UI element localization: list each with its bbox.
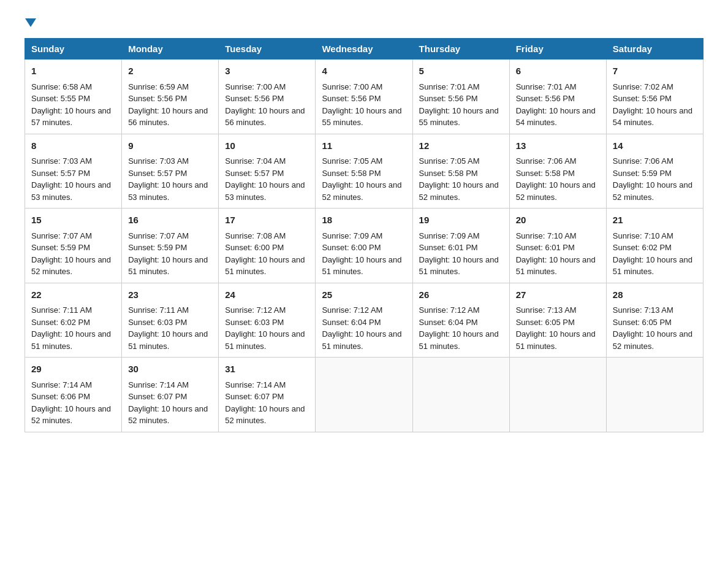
day-number: 9: [128, 139, 212, 153]
sunset-text: Sunset: 6:05 PM: [613, 316, 697, 329]
calendar-cell: 24Sunrise: 7:12 AMSunset: 6:03 PMDayligh…: [219, 283, 316, 358]
day-number: 11: [322, 139, 406, 153]
daylight-text: Daylight: 10 hours and 51 minutes.: [225, 254, 309, 278]
sunrise-text: Sunrise: 7:00 AM: [225, 81, 309, 93]
sunset-text: Sunset: 6:02 PM: [613, 242, 697, 254]
calendar-cell: 5Sunrise: 7:01 AMSunset: 5:56 PMDaylight…: [412, 59, 509, 134]
header-day-thursday: Thursday: [412, 39, 509, 59]
day-number: 27: [516, 288, 600, 302]
sunrise-text: Sunrise: 6:59 AM: [128, 81, 212, 93]
logo: [25, 18, 36, 26]
calendar-cell: 31Sunrise: 7:14 AMSunset: 6:07 PMDayligh…: [219, 358, 316, 432]
daylight-text: Daylight: 10 hours and 52 minutes.: [128, 403, 212, 427]
header-day-wednesday: Wednesday: [316, 39, 412, 59]
daylight-text: Daylight: 10 hours and 51 minutes.: [516, 254, 600, 278]
calendar-cell: 14Sunrise: 7:06 AMSunset: 5:59 PMDayligh…: [606, 134, 703, 209]
daylight-text: Daylight: 10 hours and 54 minutes.: [613, 105, 697, 129]
daylight-text: Daylight: 10 hours and 51 minutes.: [322, 328, 406, 352]
calendar-cell: 30Sunrise: 7:14 AMSunset: 6:07 PMDayligh…: [122, 358, 219, 432]
day-number: 25: [322, 288, 406, 302]
calendar-cell: 11Sunrise: 7:05 AMSunset: 5:58 PMDayligh…: [316, 134, 412, 209]
week-row-2: 8Sunrise: 7:03 AMSunset: 5:57 PMDaylight…: [25, 134, 703, 209]
sunset-text: Sunset: 6:02 PM: [31, 316, 115, 329]
header-day-tuesday: Tuesday: [219, 39, 316, 59]
sunset-text: Sunset: 6:00 PM: [225, 242, 309, 254]
daylight-text: Daylight: 10 hours and 52 minutes.: [613, 328, 697, 352]
sunrise-text: Sunrise: 7:06 AM: [516, 155, 600, 167]
sunset-text: Sunset: 6:03 PM: [225, 316, 309, 329]
calendar-cell: 15Sunrise: 7:07 AMSunset: 5:59 PMDayligh…: [25, 209, 122, 283]
sunrise-text: Sunrise: 7:13 AM: [516, 304, 600, 316]
day-number: 6: [516, 64, 600, 79]
sunset-text: Sunset: 5:56 PM: [322, 93, 406, 105]
calendar-cell: 21Sunrise: 7:10 AMSunset: 6:02 PMDayligh…: [606, 209, 703, 283]
sunrise-text: Sunrise: 7:11 AM: [31, 304, 115, 316]
day-number: 12: [419, 139, 503, 153]
calendar-cell: 2Sunrise: 6:59 AMSunset: 5:56 PMDaylight…: [122, 59, 219, 134]
calendar-cell: 25Sunrise: 7:12 AMSunset: 6:04 PMDayligh…: [316, 283, 412, 358]
daylight-text: Daylight: 10 hours and 52 minutes.: [31, 254, 115, 278]
sunset-text: Sunset: 5:56 PM: [516, 93, 600, 105]
calendar-cell: 6Sunrise: 7:01 AMSunset: 5:56 PMDaylight…: [509, 59, 606, 134]
calendar-cell: 16Sunrise: 7:07 AMSunset: 5:59 PMDayligh…: [122, 209, 219, 283]
calendar-cell: 3Sunrise: 7:00 AMSunset: 5:56 PMDaylight…: [219, 59, 316, 134]
sunset-text: Sunset: 6:05 PM: [516, 316, 600, 329]
daylight-text: Daylight: 10 hours and 53 minutes.: [225, 179, 309, 203]
calendar-cell: 23Sunrise: 7:11 AMSunset: 6:03 PMDayligh…: [122, 283, 219, 358]
sunrise-text: Sunrise: 7:05 AM: [419, 155, 503, 167]
calendar-cell: 7Sunrise: 7:02 AMSunset: 5:56 PMDaylight…: [606, 59, 703, 134]
calendar-cell: 26Sunrise: 7:12 AMSunset: 6:04 PMDayligh…: [412, 283, 509, 358]
week-row-4: 22Sunrise: 7:11 AMSunset: 6:02 PMDayligh…: [25, 283, 703, 358]
calendar-cell: 10Sunrise: 7:04 AMSunset: 5:57 PMDayligh…: [219, 134, 316, 209]
calendar-cell: 13Sunrise: 7:06 AMSunset: 5:58 PMDayligh…: [509, 134, 606, 209]
sunrise-text: Sunrise: 7:13 AM: [613, 304, 697, 316]
sunset-text: Sunset: 5:58 PM: [322, 167, 406, 180]
sunset-text: Sunset: 5:59 PM: [613, 167, 697, 180]
day-number: 17: [225, 213, 309, 228]
day-number: 4: [322, 64, 406, 79]
calendar-table: SundayMondayTuesdayWednesdayThursdayFrid…: [25, 38, 703, 432]
day-number: 19: [419, 213, 503, 228]
sunrise-text: Sunrise: 7:01 AM: [516, 81, 600, 93]
calendar-cell: 18Sunrise: 7:09 AMSunset: 6:00 PMDayligh…: [316, 209, 412, 283]
sunrise-text: Sunrise: 7:07 AM: [31, 230, 115, 242]
daylight-text: Daylight: 10 hours and 52 minutes.: [322, 179, 406, 203]
daylight-text: Daylight: 10 hours and 52 minutes.: [225, 403, 309, 427]
sunset-text: Sunset: 6:07 PM: [225, 391, 309, 403]
daylight-text: Daylight: 10 hours and 51 minutes.: [516, 328, 600, 352]
calendar-cell: 27Sunrise: 7:13 AMSunset: 6:05 PMDayligh…: [509, 283, 606, 358]
sunrise-text: Sunrise: 7:12 AM: [322, 304, 406, 316]
daylight-text: Daylight: 10 hours and 56 minutes.: [225, 105, 309, 129]
day-number: 10: [225, 139, 309, 153]
daylight-text: Daylight: 10 hours and 51 minutes.: [225, 328, 309, 352]
day-number: 29: [31, 362, 115, 377]
day-number: 8: [31, 139, 115, 153]
sunset-text: Sunset: 6:04 PM: [322, 316, 406, 329]
sunrise-text: Sunrise: 7:05 AM: [322, 155, 406, 167]
sunset-text: Sunset: 5:56 PM: [225, 93, 309, 105]
sunset-text: Sunset: 6:06 PM: [31, 391, 115, 403]
daylight-text: Daylight: 10 hours and 55 minutes.: [322, 105, 406, 129]
sunrise-text: Sunrise: 7:06 AM: [613, 155, 697, 167]
sunrise-text: Sunrise: 7:01 AM: [419, 81, 503, 93]
sunset-text: Sunset: 5:56 PM: [419, 93, 503, 105]
sunset-text: Sunset: 5:58 PM: [516, 167, 600, 180]
calendar-cell: [412, 358, 509, 432]
day-number: 2: [128, 64, 212, 79]
calendar-cell: 4Sunrise: 7:00 AMSunset: 5:56 PMDaylight…: [316, 59, 412, 134]
sunrise-text: Sunrise: 7:04 AM: [225, 155, 309, 167]
day-number: 7: [613, 64, 697, 79]
week-row-3: 15Sunrise: 7:07 AMSunset: 5:59 PMDayligh…: [25, 209, 703, 283]
sunrise-text: Sunrise: 7:10 AM: [516, 230, 600, 242]
daylight-text: Daylight: 10 hours and 51 minutes.: [613, 254, 697, 278]
calendar-cell: [606, 358, 703, 432]
day-number: 13: [516, 139, 600, 153]
sunrise-text: Sunrise: 7:00 AM: [322, 81, 406, 93]
daylight-text: Daylight: 10 hours and 52 minutes.: [419, 179, 503, 203]
sunrise-text: Sunrise: 7:12 AM: [419, 304, 503, 316]
sunrise-text: Sunrise: 7:14 AM: [31, 379, 115, 391]
calendar-cell: 8Sunrise: 7:03 AMSunset: 5:57 PMDaylight…: [25, 134, 122, 209]
calendar-cell: 22Sunrise: 7:11 AMSunset: 6:02 PMDayligh…: [25, 283, 122, 358]
sunset-text: Sunset: 6:04 PM: [419, 316, 503, 329]
daylight-text: Daylight: 10 hours and 52 minutes.: [516, 179, 600, 203]
